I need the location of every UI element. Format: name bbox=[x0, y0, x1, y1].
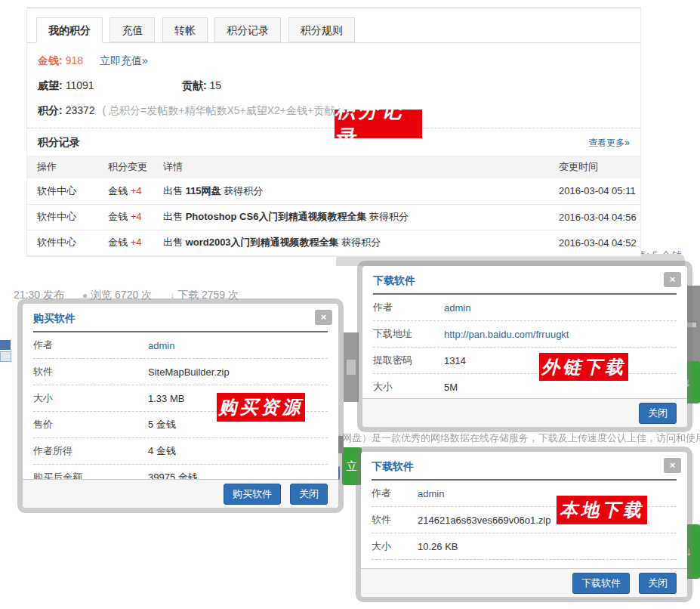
credits-line: 积分:23372 ( 总积分=发帖数+精华帖数X5+威望X2+金钱+贡献 ) bbox=[38, 104, 630, 118]
downloads-count: 下载 2759 次 bbox=[177, 289, 239, 301]
local-download-dialog: 下载软件 × 作者admin 软件214621a6s63ves669v06o1.… bbox=[361, 452, 687, 597]
tab-recharge[interactable]: 充值 bbox=[109, 17, 155, 42]
divider bbox=[27, 128, 640, 128]
stamp-local-download: 本地下载 bbox=[557, 496, 647, 524]
table-header-row: 操作 积分变更 详情 变更时间 bbox=[27, 156, 640, 178]
author-income-value: 4 金钱 bbox=[148, 444, 176, 458]
detail-cell: 出售 Photoshop CS6入门到精通视频教程全集 获得积分 bbox=[163, 204, 559, 230]
detail-prefix: 出售 bbox=[163, 185, 186, 196]
tab-credit-log[interactable]: 积分记录 bbox=[214, 17, 281, 42]
download-button[interactable]: 下载软件 bbox=[572, 573, 630, 594]
close-button[interactable]: 关闭 bbox=[639, 573, 677, 594]
close-icon[interactable]: × bbox=[664, 272, 681, 287]
change-cell: 金钱 +4 bbox=[108, 178, 163, 204]
tab-my-credits[interactable]: 我的积分 bbox=[36, 17, 103, 43]
views-icon: ● bbox=[82, 290, 88, 301]
change-cell: 金钱 +4 bbox=[108, 230, 163, 255]
size-value: 5M bbox=[444, 382, 458, 393]
detail-cell: 出售 word2003入门到精通视频教程全集 获得积分 bbox=[163, 230, 559, 255]
dialog-row: 作者所得4 金钱 bbox=[33, 438, 328, 465]
row-label: 作者所得 bbox=[33, 444, 148, 458]
buy-button[interactable]: 购买软件 bbox=[224, 484, 281, 505]
bg-gray-strip bbox=[344, 332, 359, 402]
time-cell: 2016-03-04 04:52 bbox=[559, 230, 640, 255]
dialog-row: 大小10.26 KB bbox=[372, 533, 677, 560]
credits-formula: ( 总积分=发帖数+精华帖数X5+威望X2+金钱+贡献 ) bbox=[103, 104, 341, 116]
close-button[interactable]: 关闭 bbox=[290, 484, 328, 505]
download-icon: ↓ bbox=[170, 290, 174, 301]
author-value: admin bbox=[148, 340, 174, 351]
close-button[interactable]: 关闭 bbox=[639, 403, 677, 424]
detail-suffix: 获得积分 bbox=[366, 211, 409, 222]
file-value: 214621a6s63ves669v06o1.zip bbox=[418, 515, 550, 526]
table-row: 软件中心 金钱 +4 出售 word2003入门到精通视频教程全集 获得积分 2… bbox=[27, 230, 640, 255]
row-label: 大小 bbox=[373, 380, 444, 394]
detail-cell: 出售 115网盘 获得积分 bbox=[163, 178, 559, 204]
password-value: 1314 bbox=[444, 355, 466, 366]
bg-gray-inner bbox=[347, 360, 356, 375]
dialog-header: 下载软件 × bbox=[361, 452, 687, 479]
download-url[interactable]: http://pan.baidu.com/frruugkt bbox=[444, 329, 569, 340]
credits-panel: 我的积分 充值 转帐 积分记录 积分规则 金钱:918 立即充值» 威望:110… bbox=[26, 8, 641, 257]
author-value: admin bbox=[444, 302, 470, 314]
close-icon[interactable]: × bbox=[315, 310, 332, 325]
author-value: admin bbox=[418, 488, 444, 499]
bg-green-button-fragment: 立 bbox=[342, 447, 362, 485]
detail-suffix: 获得积分 bbox=[339, 236, 381, 248]
money-value: 918 bbox=[66, 54, 83, 66]
stamp-buy-resource: 购买资源 bbox=[217, 393, 305, 422]
size-value: 1.33 MB bbox=[148, 393, 184, 404]
change-type: 金钱 bbox=[108, 211, 128, 222]
money-line: 金钱:918 立即充值» bbox=[38, 54, 630, 68]
stamp-credit-log: 积分记录 bbox=[335, 110, 422, 138]
views-count: 浏览 6720 次 bbox=[91, 289, 152, 301]
dialog-footer: 关闭 bbox=[362, 398, 687, 427]
dialog-row: 提取密码1314 bbox=[373, 348, 677, 374]
dialog-footer: 下载软件 关闭 bbox=[361, 568, 687, 597]
change-cell: 金钱 +4 bbox=[108, 204, 163, 230]
size-value: 10.26 KB bbox=[418, 541, 458, 552]
row-label: 软件 bbox=[33, 365, 148, 379]
time-cell: 2016-03-04 04:56 bbox=[559, 204, 640, 230]
credit-log-table: 操作 积分变更 详情 变更时间 软件中心 金钱 +4 出售 115网盘 获得积分… bbox=[27, 156, 640, 256]
recharge-link[interactable]: 立即充值» bbox=[100, 54, 148, 66]
row-label: 作者 bbox=[372, 487, 418, 500]
change-delta: +4 bbox=[131, 236, 142, 248]
section-title: 积分记录 bbox=[38, 136, 80, 150]
bg-left-blue-fragment bbox=[0, 340, 11, 350]
detail-item: Photoshop CS6入门到精通视频教程全集 bbox=[186, 211, 367, 222]
tab-credit-rules[interactable]: 积分规则 bbox=[288, 17, 355, 42]
row-label: 提取密码 bbox=[373, 354, 444, 367]
row-label: 软件 bbox=[372, 513, 418, 527]
detail-prefix: 出售 bbox=[163, 236, 186, 248]
detail-item: word2003入门到精通视频教程全集 bbox=[186, 236, 339, 248]
change-type: 金钱 bbox=[108, 236, 128, 248]
close-icon[interactable]: × bbox=[664, 458, 681, 473]
tab-bar: 我的积分 充值 转帐 积分记录 积分规则 bbox=[27, 17, 640, 43]
table-row: 软件中心 金钱 +4 出售 Photoshop CS6入门到精通视频教程全集 获… bbox=[27, 204, 640, 230]
detail-suffix: 获得积分 bbox=[221, 185, 264, 196]
row-label: 作者 bbox=[373, 301, 444, 314]
change-delta: +4 bbox=[131, 211, 142, 222]
dialog-title: 下载软件 bbox=[373, 274, 415, 286]
tab-transfer[interactable]: 转帐 bbox=[162, 17, 208, 42]
row-label: 大小 bbox=[372, 539, 418, 553]
stamp-external-download: 外链下载 bbox=[539, 353, 628, 381]
bg-left-box-fragment bbox=[0, 351, 11, 362]
section-header: 积分记录 查看更多» bbox=[38, 136, 630, 150]
row-label: 售价 bbox=[33, 418, 148, 431]
bg-description-text: （网盘）是一款优秀的网络数据在线存储服务，下载及上传速度公认上佳，访问和使用 bbox=[332, 431, 700, 445]
change-type: 金钱 bbox=[108, 185, 128, 196]
time-cell: 2016-03-04 05:11 bbox=[559, 178, 640, 204]
contribution-label: 贡献: bbox=[182, 79, 207, 91]
op-cell: 软件中心 bbox=[27, 178, 108, 204]
dialog-footer: 购买软件 关闭 bbox=[23, 479, 338, 508]
col-header-detail: 详情 bbox=[163, 156, 559, 178]
view-more-link[interactable]: 查看更多» bbox=[588, 137, 630, 150]
op-cell: 软件中心 bbox=[27, 204, 108, 230]
file-value: SiteMapBuilder.zip bbox=[148, 366, 230, 378]
row-label: 下载地址 bbox=[373, 327, 444, 341]
dialog-title: 下载软件 bbox=[372, 460, 414, 472]
credits-value: 23372 bbox=[66, 104, 95, 116]
change-delta: +4 bbox=[131, 185, 142, 196]
